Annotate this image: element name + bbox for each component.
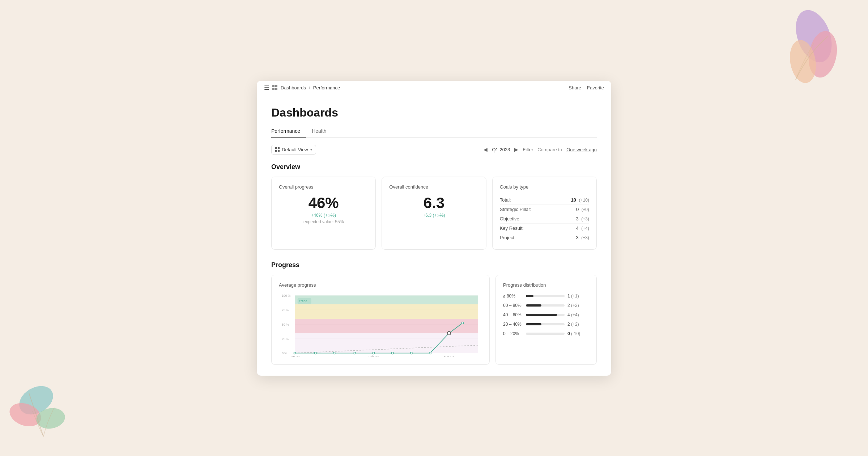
svg-point-36 — [391, 352, 393, 354]
svg-marker-25 — [295, 304, 478, 319]
distribution-row: 40 – 60% 4 (+4) — [503, 312, 589, 317]
goals-row-change: (+4) — [581, 226, 589, 231]
svg-point-39 — [447, 331, 451, 334]
progress-section-title: Progress — [271, 261, 597, 269]
view-selector[interactable]: Default View ▾ — [271, 145, 316, 155]
distribution-row: 20 – 40% 2 (+2) — [503, 322, 589, 327]
svg-rect-12 — [275, 150, 277, 152]
breadcrumb-dashboards[interactable]: Dashboards — [281, 85, 306, 90]
chart-title: Average progress — [279, 282, 482, 288]
view-label: Default View — [282, 147, 308, 152]
svg-marker-24 — [295, 295, 478, 304]
svg-point-1 — [805, 29, 839, 80]
svg-point-32 — [314, 352, 316, 354]
dist-bar — [526, 304, 541, 307]
overall-confidence-value: 6.3 — [389, 195, 478, 211]
tab-performance[interactable]: Performance — [271, 125, 306, 138]
breadcrumb-sep: / — [309, 85, 310, 90]
overview-grid: Overall progress 46% +46% (+∞%) expected… — [271, 177, 597, 250]
svg-point-2 — [787, 38, 819, 85]
overall-progress-card: Overall progress 46% +46% (+∞%) expected… — [271, 177, 376, 250]
dist-label: ≥ 80% — [503, 294, 523, 299]
dist-bar-wrap — [526, 295, 565, 297]
dist-count: 1 (+1) — [567, 294, 589, 299]
period-prev-button[interactable]: ◀ — [484, 147, 488, 152]
decoration-bottom-left — [7, 371, 87, 445]
goals-row-value: 3 (+3) — [576, 235, 589, 240]
overall-confidence-change: +6.3 (+∞%) — [389, 213, 478, 218]
dist-label: 0 – 20% — [503, 331, 523, 336]
goals-row-value: 0 (±0) — [576, 207, 589, 212]
page-title: Dashboards — [271, 106, 597, 119]
overall-confidence-title: Overall confidence — [389, 184, 478, 190]
dist-bar — [526, 323, 541, 325]
chart-svg: 100 % 75 % 50 % 25 % 0 % — [279, 292, 482, 357]
svg-point-31 — [294, 352, 296, 354]
svg-text:75 %: 75 % — [282, 308, 289, 312]
progress-section-grid: Average progress 100 % 75 % 50 % 25 % 0 … — [271, 275, 597, 365]
svg-text:Feb '23: Feb '23 — [369, 355, 379, 357]
dashboard-icon — [272, 85, 278, 90]
svg-rect-13 — [278, 150, 280, 152]
svg-text:Mar '23: Mar '23 — [444, 355, 454, 357]
overall-progress-change: +46% (+∞%) — [279, 213, 368, 218]
svg-point-37 — [410, 352, 412, 354]
svg-rect-7 — [275, 85, 277, 87]
goals-row-change: (+3) — [581, 216, 589, 221]
goals-row: Objective: 3 (+3) — [500, 214, 589, 224]
goals-row-label: Key Result: — [500, 225, 524, 231]
favorite-button[interactable]: Favorite — [587, 85, 604, 90]
view-icon — [275, 147, 280, 152]
goals-row: Key Result: 4 (+4) — [500, 224, 589, 233]
period-next-button[interactable]: ▶ — [514, 147, 518, 152]
overall-progress-expected: expected value: 55% — [279, 219, 368, 224]
dist-bar — [526, 314, 557, 316]
overall-progress-title: Overall progress — [279, 184, 368, 190]
goals-row: Total: 10 (+10) — [500, 195, 589, 205]
dist-count: 2 (+2) — [567, 322, 589, 327]
goals-row-label: Strategic Pillar: — [500, 207, 531, 212]
compare-value[interactable]: One week ago — [566, 147, 597, 152]
goals-row-label: Objective: — [500, 216, 521, 221]
filter-button[interactable]: Filter — [523, 147, 533, 152]
svg-rect-9 — [275, 88, 277, 90]
goals-by-type-card: Goals by type Total: 10 (+10) Strategic … — [492, 177, 597, 250]
tabs-container: Performance Health — [271, 125, 597, 138]
progress-distribution-card: Progress distribution ≥ 80% 1 (+1) 60 – … — [495, 275, 597, 365]
svg-point-3 — [14, 380, 58, 421]
svg-text:25 %: 25 % — [282, 337, 289, 341]
decoration-top-right — [767, 7, 839, 103]
svg-point-38 — [429, 352, 431, 354]
period-nav: ◀ Q1 2023 ▶ Filter Compare to One week a… — [484, 147, 597, 152]
goals-row: Strategic Pillar: 0 (±0) — [500, 205, 589, 214]
dist-bar-wrap — [526, 304, 565, 307]
goals-row-value: 10 (+10) — [571, 197, 589, 203]
tab-health[interactable]: Health — [306, 125, 332, 138]
main-content: Dashboards Performance Health Default Vi… — [257, 95, 611, 376]
breadcrumb-current: Performance — [313, 85, 340, 90]
svg-point-5 — [35, 406, 67, 431]
goals-row-change: (+3) — [581, 235, 589, 240]
dist-bar — [526, 295, 533, 297]
svg-rect-6 — [272, 85, 275, 87]
svg-marker-27 — [295, 333, 478, 353]
topbar-right: Share Favorite — [569, 85, 604, 90]
svg-text:0 %: 0 % — [282, 351, 287, 355]
svg-text:50 %: 50 % — [282, 322, 289, 326]
svg-text:100 %: 100 % — [282, 294, 291, 297]
menu-icon[interactable]: ☰ — [264, 84, 269, 91]
chart-area: 100 % 75 % 50 % 25 % 0 % — [279, 292, 482, 357]
goals-row-change: (+10) — [579, 198, 589, 203]
goals-row-value: 3 (+3) — [576, 216, 589, 221]
distribution-row: 0 – 20% 0 (-10) — [503, 331, 589, 336]
svg-point-35 — [373, 352, 375, 354]
svg-point-33 — [333, 352, 335, 354]
goals-row: Project: 3 (+3) — [500, 233, 589, 242]
svg-marker-26 — [295, 318, 478, 333]
goals-by-type-title: Goals by type — [500, 184, 589, 190]
topbar: ☰ Dashboards / Performance Share Favorit… — [257, 81, 611, 95]
goals-table: Total: 10 (+10) Strategic Pillar: 0 (±0)… — [500, 195, 589, 242]
distribution-row: 60 – 80% 2 (+2) — [503, 303, 589, 308]
svg-rect-8 — [272, 88, 275, 90]
share-button[interactable]: Share — [569, 85, 581, 90]
